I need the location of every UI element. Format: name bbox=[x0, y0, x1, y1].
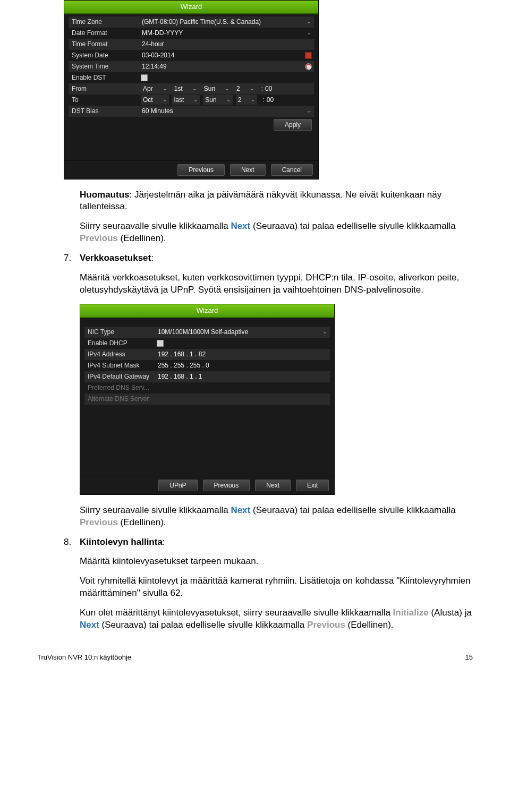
item-number: 7. bbox=[64, 252, 80, 264]
page-footer: TruVision NVR 10:n käyttöohje 15 bbox=[37, 653, 473, 662]
mask-label: IPv4 Subnet Mask bbox=[84, 361, 157, 370]
altdns-label: Alternate DNS Server bbox=[84, 395, 157, 403]
chevron-down-icon: ⌄ bbox=[322, 328, 327, 336]
chevron-down-icon: ⌄ bbox=[226, 96, 231, 104]
item8-p1: Määritä kiintolevyasetukset tarpeen muka… bbox=[80, 555, 473, 568]
nictype-select[interactable]: 10M/100M/1000M Self-adaptive ⌄ bbox=[157, 328, 330, 336]
next-button[interactable]: Next bbox=[255, 480, 291, 491]
footer-left: TruVision NVR 10:n käyttöohje bbox=[37, 653, 131, 662]
nav-instruction: Siirry seuraavalle sivulle klikkaamalla … bbox=[80, 505, 473, 529]
timeformat-value: 24-hour bbox=[141, 40, 164, 48]
wizard-network-dialog: Wizard NIC Type 10M/100M/1000M Self-adap… bbox=[80, 304, 335, 495]
to-month-select[interactable]: Oct⌄ bbox=[141, 95, 169, 105]
clock-icon[interactable] bbox=[305, 63, 312, 70]
timezone-value: (GMT-08:00) Pacific Time(U.S. & Canada) bbox=[141, 18, 261, 26]
chevron-down-icon: ⌄ bbox=[163, 85, 167, 92]
dstbias-value: 60 Minutes bbox=[141, 107, 173, 115]
systemdate-label: System Date bbox=[69, 51, 141, 59]
time-colon: : bbox=[260, 96, 266, 104]
note-label: Huomautus bbox=[80, 190, 130, 200]
dstbias-select[interactable]: 60 Minutes ⌄ bbox=[141, 107, 314, 115]
item8-title: Kiintolevyn hallinta bbox=[80, 537, 163, 547]
previous-button[interactable]: Previous bbox=[177, 164, 225, 176]
chevron-down-icon: ⌄ bbox=[192, 85, 197, 92]
enabledst-checkbox[interactable] bbox=[141, 74, 148, 81]
next-button[interactable]: Next bbox=[230, 164, 266, 176]
dhcp-label: Enable DHCP bbox=[84, 339, 157, 347]
wizard-title: Wizard bbox=[80, 304, 334, 318]
timeformat-select[interactable]: 24-hour bbox=[141, 40, 314, 48]
chevron-down-icon: ⌄ bbox=[250, 85, 254, 92]
to-hour-select[interactable]: 2⌄ bbox=[236, 95, 258, 105]
page-number: 15 bbox=[465, 653, 473, 662]
list-item-8: 8. Kiintolevyn hallinta: bbox=[64, 536, 473, 549]
chevron-down-icon: ⌄ bbox=[193, 96, 198, 104]
previous-ref: Previous bbox=[80, 233, 118, 243]
apply-button[interactable]: Apply bbox=[274, 119, 312, 131]
dateformat-value: MM-DD-YYYY bbox=[141, 29, 183, 37]
next-ref: Next bbox=[80, 620, 99, 630]
calendar-icon[interactable] bbox=[305, 52, 312, 59]
timezone-select[interactable]: (GMT-08:00) Pacific Time(U.S. & Canada) … bbox=[141, 18, 314, 26]
to-day-select[interactable]: Sun⌄ bbox=[203, 95, 232, 105]
wizard-title: Wizard bbox=[64, 1, 318, 14]
previous-ref: Previous bbox=[80, 517, 118, 527]
note-paragraph: Huomautus: Järjestelmän aika ja päivämää… bbox=[80, 189, 473, 213]
item8-p3: Kun olet määrittänyt kiintolevyasetukset… bbox=[80, 607, 473, 631]
dst-from-label: From bbox=[69, 84, 141, 93]
dateformat-select[interactable]: MM-DD-YYYY ⌄ bbox=[141, 29, 314, 37]
prefdns-label: Preferred DNS Serv... bbox=[84, 383, 157, 392]
chevron-down-icon: ⌄ bbox=[225, 85, 229, 92]
enabledst-label: Enable DST bbox=[69, 73, 141, 82]
dst-to-label: To bbox=[69, 96, 141, 104]
previous-ref: Previous bbox=[307, 620, 345, 630]
chevron-down-icon: ⌄ bbox=[307, 18, 311, 25]
mask-value: 255 . 255 . 255 . 0 bbox=[157, 361, 209, 370]
gw-input[interactable]: 192 . 168 . 1 . 1 bbox=[157, 372, 330, 381]
systemtime-input[interactable]: 12:14:49 bbox=[141, 62, 314, 71]
systemdate-input[interactable]: 03-03-2014 bbox=[141, 51, 314, 59]
item-number: 8. bbox=[64, 536, 80, 549]
timezone-label: Time Zone bbox=[69, 18, 141, 26]
ipv4-value: 192 . 168 . 1 . 82 bbox=[157, 350, 206, 358]
nav-instruction: Siirry seuraavalle sivulle klikkaamalla … bbox=[80, 220, 473, 245]
wizard-datetime-dialog: Wizard Time Zone (GMT-08:00) Pacific Tim… bbox=[64, 0, 319, 180]
gw-label: IPv4 Default Gateway bbox=[84, 372, 157, 381]
list-item-7: 7. Verkkoasetukset: bbox=[64, 252, 473, 264]
mask-input[interactable]: 255 . 255 . 255 . 0 bbox=[157, 361, 330, 370]
next-ref: Next bbox=[231, 505, 250, 515]
gw-value: 192 . 168 . 1 . 1 bbox=[157, 372, 202, 381]
from-day-select[interactable]: Sun⌄ bbox=[202, 84, 231, 93]
chevron-down-icon: ⌄ bbox=[307, 107, 311, 115]
item8-p2: Voit ryhmitellä kiintolevyt ja määrittää… bbox=[80, 575, 473, 600]
chevron-down-icon: ⌄ bbox=[307, 29, 311, 37]
initialize-ref: Initialize bbox=[393, 608, 429, 618]
systemdate-value: 03-03-2014 bbox=[141, 51, 174, 59]
item7-body: Määritä verkkoasetukset, kuten verkkosov… bbox=[80, 272, 473, 296]
systemtime-value: 12:14:49 bbox=[141, 62, 167, 71]
upnp-button[interactable]: UPnP bbox=[158, 480, 197, 491]
dstbias-label: DST Bias bbox=[69, 107, 141, 115]
to-week-select[interactable]: last⌄ bbox=[172, 95, 200, 105]
next-ref: Next bbox=[231, 221, 250, 231]
from-week-select[interactable]: 1st⌄ bbox=[172, 84, 199, 93]
dateformat-label: Date Format bbox=[69, 29, 141, 37]
previous-button[interactable]: Previous bbox=[203, 480, 250, 491]
item7-title: Verkkoasetukset bbox=[80, 253, 151, 263]
dhcp-checkbox[interactable] bbox=[157, 340, 164, 347]
cancel-button[interactable]: Cancel bbox=[271, 164, 313, 176]
from-month-select[interactable]: Apr⌄ bbox=[141, 84, 169, 93]
from-hour-select[interactable]: 2⌄ bbox=[234, 84, 256, 93]
ipv4-label: IPv4 Address bbox=[84, 350, 157, 358]
nictype-label: NIC Type bbox=[84, 328, 157, 336]
systemtime-label: System Time bbox=[69, 62, 141, 71]
time-colon: : bbox=[259, 84, 265, 93]
to-min-value: 00 bbox=[267, 96, 274, 104]
exit-button[interactable]: Exit bbox=[296, 480, 329, 491]
chevron-down-icon: ⌄ bbox=[163, 96, 167, 104]
timeformat-label: Time Format bbox=[69, 40, 141, 48]
from-min-value: 00 bbox=[265, 84, 272, 93]
nictype-value: 10M/100M/1000M Self-adaptive bbox=[157, 328, 248, 336]
ipv4-input[interactable]: 192 . 168 . 1 . 82 bbox=[157, 350, 330, 358]
chevron-down-icon: ⌄ bbox=[251, 96, 255, 104]
